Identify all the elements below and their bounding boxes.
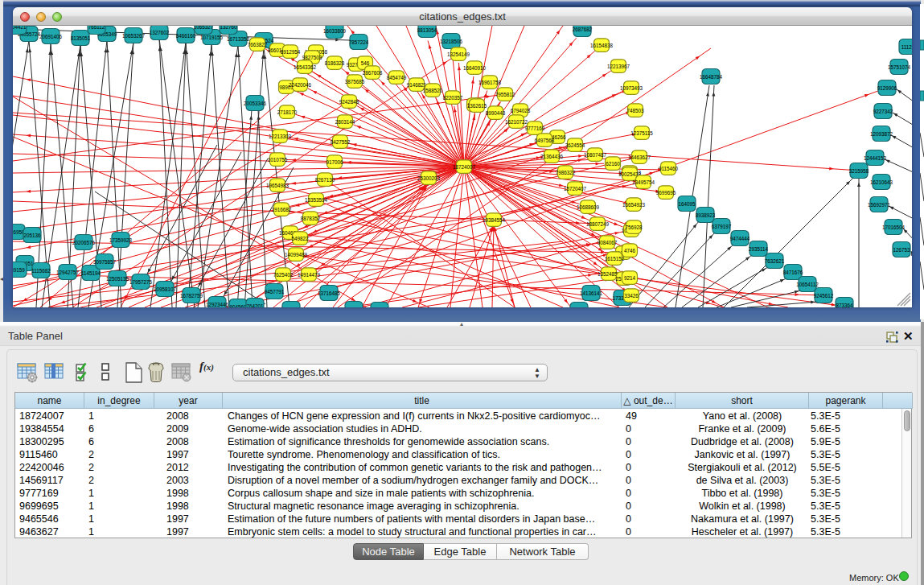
svg-text:17957275: 17957275 [129, 279, 153, 285]
svg-text:904560: 904560 [229, 304, 247, 308]
svg-text:33426: 33426 [624, 293, 639, 299]
svg-text:9115460: 9115460 [659, 166, 679, 171]
svg-text:549822: 549822 [291, 236, 309, 241]
svg-text:873364: 873364 [836, 303, 853, 308]
svg-text:16154838: 16154838 [590, 43, 614, 48]
svg-text:16648784: 16648784 [700, 74, 723, 80]
svg-text:6794028: 6794028 [511, 108, 531, 113]
svg-text:2867608: 2867608 [363, 70, 383, 76]
svg-text:7857224: 7857224 [349, 39, 369, 45]
svg-text:14463627: 14463627 [628, 154, 651, 160]
svg-text:83104: 83104 [372, 307, 387, 308]
svg-text:25300203: 25300203 [417, 175, 441, 181]
svg-text:8938923: 8938923 [696, 212, 716, 218]
svg-text:7663822: 7663822 [248, 42, 268, 47]
svg-text:9699695: 9699695 [656, 190, 676, 196]
svg-text:3215958: 3215958 [849, 168, 869, 174]
svg-text:9457791: 9457791 [265, 289, 285, 295]
svg-text:16543362: 16543362 [294, 64, 317, 70]
svg-text:8427552: 8427552 [331, 139, 351, 145]
svg-text:9827503: 9827503 [302, 55, 322, 60]
svg-text:205136: 205136 [23, 233, 41, 238]
svg-text:8454749: 8454749 [387, 75, 407, 80]
svg-text:8267130: 8267130 [315, 177, 335, 183]
svg-text:2803144: 2803144 [335, 119, 355, 125]
svg-text:10719155: 10719155 [200, 35, 224, 40]
svg-text:3624554: 3624554 [565, 142, 585, 148]
svg-text:8878352: 8878352 [301, 216, 321, 221]
svg-text:2718170: 2718170 [277, 109, 298, 115]
svg-text:8471676: 8471676 [783, 270, 803, 275]
svg-text:7955812: 7955812 [495, 92, 515, 97]
svg-text:12093872: 12093872 [870, 131, 893, 137]
svg-text:16033809: 16033809 [323, 28, 347, 34]
svg-text:873341: 873341 [570, 307, 588, 308]
svg-text:7986322: 7986322 [556, 170, 576, 175]
svg-text:1615152: 1615152 [605, 256, 625, 262]
svg-text:6379197: 6379197 [712, 224, 732, 229]
svg-text:11123: 11123 [901, 44, 912, 50]
svg-text:2687682: 2687682 [573, 27, 593, 32]
svg-text:1362615: 1362615 [467, 103, 487, 109]
svg-text:1588520: 1588520 [423, 88, 443, 93]
svg-text:10654112: 10654112 [796, 282, 819, 287]
svg-text:16654923: 16654923 [622, 202, 646, 208]
svg-text:8466160: 8466160 [176, 33, 196, 39]
svg-text:8135051: 8135051 [71, 35, 91, 41]
svg-text:12375115: 12375115 [630, 130, 653, 136]
svg-text:1916682: 1916682 [272, 207, 292, 212]
svg-text:9245612: 9245612 [814, 293, 834, 299]
svg-text:764201: 764201 [246, 303, 264, 308]
svg-text:13353594: 13353594 [305, 197, 328, 203]
svg-text:10653267: 10653267 [122, 33, 146, 39]
svg-text:1115682: 1115682 [31, 268, 51, 274]
svg-text:9084067: 9084067 [598, 240, 618, 245]
svg-text:8220357: 8220357 [443, 95, 463, 101]
svg-text:126753: 126753 [893, 247, 910, 253]
svg-text:12923446: 12923446 [206, 302, 229, 307]
svg-text:21364436: 21364436 [540, 154, 564, 159]
svg-text:16782759: 16782759 [180, 293, 203, 299]
svg-text:20053346: 20053346 [244, 101, 267, 106]
svg-text:1065327: 1065327 [194, 26, 214, 30]
svg-text:16961758: 16961758 [478, 80, 502, 85]
svg-text:9146821: 9146821 [407, 82, 427, 88]
svg-text:13495754: 13495754 [632, 179, 655, 185]
svg-text:104492: 104492 [282, 307, 300, 308]
svg-text:765112: 765112 [88, 26, 105, 30]
svg-text:12444153: 12444153 [864, 155, 887, 161]
svg-text:15751074: 15751074 [888, 64, 911, 70]
svg-text:18724007: 18724007 [453, 164, 476, 170]
svg-text:20691406: 20691406 [39, 34, 63, 39]
svg-text:92450: 92450 [347, 307, 361, 308]
svg-text:9129906: 9129906 [877, 85, 897, 91]
svg-text:748503: 748503 [626, 108, 644, 113]
svg-text:10973493: 10973493 [620, 85, 643, 91]
svg-text:8186328: 8186328 [325, 60, 345, 66]
svg-text:14136141: 14136141 [580, 290, 603, 296]
svg-text:14914479: 14914479 [298, 272, 321, 278]
svg-text:17359928: 17359928 [109, 237, 133, 243]
svg-text:13716485: 13716485 [318, 290, 341, 296]
svg-text:9214: 9214 [624, 275, 636, 281]
svg-text:1145194: 1145194 [81, 270, 101, 276]
svg-text:1327602: 1327602 [150, 30, 170, 35]
svg-text:904421: 904421 [13, 26, 27, 30]
svg-text:546: 546 [361, 60, 370, 66]
svg-text:4746: 4746 [624, 248, 636, 253]
svg-text:3875685: 3875685 [345, 79, 365, 84]
svg-text:62160: 62160 [606, 161, 620, 167]
svg-text:13254149: 13254149 [447, 51, 470, 57]
svg-text:17016504: 17016504 [882, 225, 906, 230]
svg-text:6497568: 6497568 [535, 138, 555, 143]
svg-text:12213303: 12213303 [269, 134, 292, 139]
svg-text:19384554: 19384554 [483, 217, 506, 223]
svg-text:12213967: 12213967 [607, 64, 630, 69]
svg-text:18807249: 18807249 [586, 221, 610, 227]
svg-text:1010755: 1010755 [268, 157, 288, 163]
svg-text:20206576: 20206576 [72, 240, 96, 245]
svg-text:9227342: 9227342 [873, 109, 893, 114]
svg-text:9242848: 9242848 [339, 99, 359, 105]
svg-text:15720407: 15720407 [564, 186, 587, 192]
svg-text:8813054: 8813054 [417, 27, 437, 33]
